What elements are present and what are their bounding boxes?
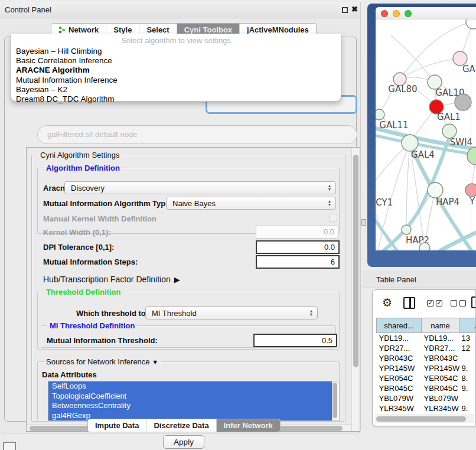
bottom-tab-impute-data[interactable]: Impute Data [88, 419, 146, 432]
settings-vertical-scrollbar[interactable] [351, 148, 360, 432]
network-node-gal11[interactable] [376, 109, 384, 120]
gear-icon[interactable]: ⚙ [382, 296, 392, 309]
algorithm-option[interactable]: Bayesian – K2 [11, 85, 341, 94]
split-view-icon[interactable] [403, 297, 415, 309]
network-canvas[interactable]: GALGAL80GAL10GAL1GAL11SWI4GAL4GCY1HAP4YH… [376, 19, 476, 250]
aracne-mode-combo[interactable]: Discovery ▲▼ [64, 181, 336, 194]
node-label: GAL11 [379, 120, 408, 131]
manual-kernel-label: Manual Kernel Width Definition [43, 214, 157, 223]
network-node-bot[interactable] [419, 243, 430, 250]
close-icon[interactable]: ✖ [351, 5, 358, 14]
dpi-tolerance-field[interactable]: 0.0 [256, 240, 340, 254]
manual-kernel-checkbox[interactable] [329, 214, 337, 222]
deselect-all-columns-icon[interactable] [451, 300, 466, 306]
minimize-traffic-light[interactable] [393, 10, 400, 17]
table-row[interactable]: YER054CYER054C8. [377, 373, 476, 383]
column-header[interactable]: name [422, 318, 459, 333]
which-threshold-combo[interactable]: MI Threshold ▲▼ [145, 306, 318, 319]
table-row[interactable]: YBR045CYBR045C9. [377, 383, 476, 393]
split-pane-grip[interactable] [361, 219, 366, 226]
network-node-gal4[interactable] [402, 135, 418, 151]
which-threshold-value: MI Threshold [152, 309, 197, 318]
export-file-icon[interactable] [471, 296, 476, 308]
stepper-arrows-icon: ▲▼ [308, 308, 315, 318]
cyni-bottom-tabs: Impute DataDiscretize DataInfer Network [87, 419, 281, 432]
kernel-width-field[interactable]: 0.0 [256, 226, 338, 239]
bottom-tab-discretize-data[interactable]: Discretize Data [146, 419, 216, 432]
algorithm-option[interactable]: Mutual Information Inference [11, 76, 341, 85]
node-label: GAL [462, 64, 476, 74]
network-node-hap2[interactable] [402, 225, 411, 234]
node-label: HAP4 [436, 197, 459, 207]
mi-threshold-label: Mutual Information Threshold: [47, 336, 158, 345]
node-label: SWI4 [450, 137, 472, 148]
node-label: Y [469, 196, 475, 207]
select-all-columns-icon[interactable]: ✓✓ [427, 300, 442, 306]
node-label: GAL4 [411, 149, 435, 160]
table-panel-window: ⚙ ✓✓ shared...nameA YDL19...YDL19...13YD… [372, 289, 476, 426]
aracne-mode-value: Discovery [71, 184, 105, 193]
close-traffic-light[interactable] [381, 10, 388, 17]
canvas-right-border [471, 19, 471, 250]
list-vertical-scrollbar[interactable] [332, 382, 338, 420]
network-edge[interactable] [406, 143, 410, 230]
network-node-gray[interactable] [455, 94, 471, 110]
network-selector-value: galFiltered.sif default node [47, 130, 137, 139]
mi-type-combo[interactable]: Naive Bayes ▲▼ [166, 197, 336, 210]
network-node-hap4[interactable] [428, 182, 443, 198]
attribute-item[interactable]: BetweennessCentrality [48, 401, 332, 411]
network-edge[interactable] [376, 143, 410, 191]
collapse-down-icon: ▼ [152, 358, 158, 366]
float-window-icon[interactable] [342, 7, 348, 13]
apply-button[interactable]: Apply [163, 435, 204, 449]
data-attributes-label: Data Attributes [42, 370, 97, 379]
table-toolbar: ⚙ ✓✓ [373, 290, 475, 317]
mi-steps-field[interactable]: 6 [256, 255, 340, 269]
expand-right-icon: ▶ [174, 275, 180, 284]
algorithm-dropdown-popup: Select algorithm to view settings Bayesi… [11, 34, 341, 102]
attribute-item[interactable]: TopologicalCoefficient [48, 392, 332, 402]
node-attribute-table[interactable]: shared...nameA YDL19...YDL19...13YDR27..… [376, 318, 476, 423]
algorithm-option[interactable]: ARACNE Algorithm [11, 66, 341, 75]
stepper-arrows-icon: ▲▼ [326, 183, 333, 193]
table-row[interactable]: YBL079WYBL079W [377, 393, 476, 403]
network-icon [58, 26, 66, 34]
table-horizontal-scrollbar[interactable] [375, 415, 474, 423]
hub-definition-toggle[interactable]: Hub/Transcription Factor Definition▶ [43, 275, 180, 284]
column-header[interactable]: shared... [377, 318, 422, 333]
algorithm-option[interactable]: Dream8 DC_TDC Algorithm [11, 94, 341, 104]
table-row[interactable]: YBR043CYBR043C [377, 353, 476, 363]
zoom-traffic-light[interactable] [405, 10, 412, 17]
table-row[interactable]: YLR345WYLR345W9. [377, 403, 476, 413]
mi-type-label: Mutual Information Algorithm Type: [43, 199, 172, 208]
column-header[interactable]: A [459, 318, 476, 333]
control-panel-titlebar: Control Panel ✖ [0, 2, 360, 18]
data-attributes-list[interactable]: SelfLoopsTopologicalCoefficientBetweenne… [48, 381, 340, 421]
algorithm-definition-title: Algorithm Definition [44, 164, 122, 172]
threshold-definition-title: Threshold Definition [44, 288, 123, 296]
cyni-settings-scrollpane: Cyni Algorithm Settings Algorithm Defini… [26, 147, 360, 432]
cyni-algorithm-settings-title: Cyni Algorithm Settings [38, 151, 122, 159]
node-label: GCY1 [376, 197, 393, 208]
stepper-arrows-icon: ▲▼ [326, 198, 333, 208]
network-node-swi4[interactable] [442, 124, 457, 138]
sources-title: Sources for Network Inference ▼ [44, 357, 161, 366]
network-edge-thick[interactable] [376, 208, 397, 250]
attribute-item[interactable]: SelfLoops [48, 381, 332, 392]
mi-threshold-field[interactable]: 0.5 [253, 334, 337, 347]
mi-threshold-title: MI Threshold Definition [47, 321, 137, 330]
table-row[interactable]: YPR145WYPR145W9. [377, 363, 476, 373]
table-panel-title: Table Panel [376, 275, 416, 284]
network-selector-combo[interactable]: galFiltered.sif default node [37, 125, 357, 144]
table-row[interactable]: YDR27...YDR27...12 [377, 343, 476, 353]
popup-header: Select algorithm to view settings [11, 35, 341, 47]
algorithm-option[interactable]: Bayesian – Hill Climbing [11, 47, 341, 56]
network-window-titlebar [376, 7, 476, 19]
minimized-panel-icon[interactable] [3, 442, 16, 450]
algorithm-option[interactable]: Basic Correlation Inference [11, 56, 341, 66]
table-row[interactable]: YDL19...YDL19...13 [377, 333, 476, 343]
mi-steps-label: Mutual Information Steps: [43, 257, 138, 266]
bottom-tab-infer-network[interactable]: Infer Network [216, 419, 280, 432]
node-label: GAL80 [388, 84, 417, 94]
table-panel-titlebar: Table Panel [363, 270, 476, 288]
